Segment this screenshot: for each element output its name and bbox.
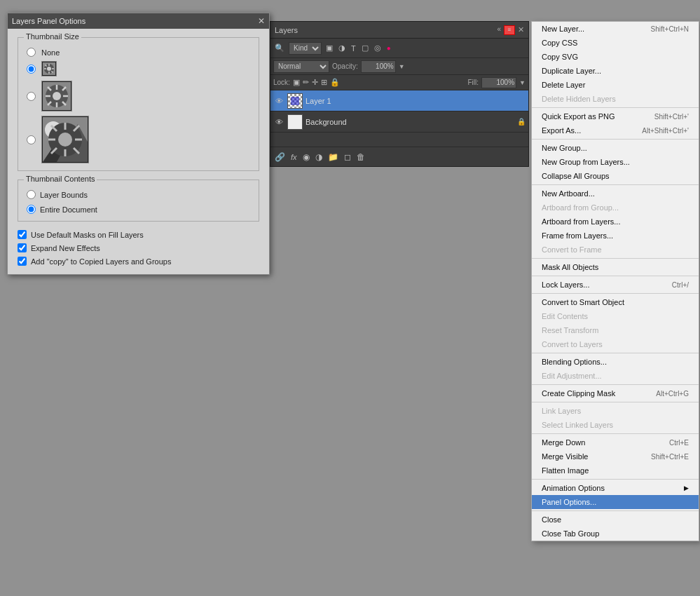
layer-bounds-row: Layer Bounds [27,190,250,199]
menu-item-label: Delete Hidden Layers [542,95,616,103]
minimize-icon[interactable]: « [497,25,501,35]
thumb-size-medium-radio[interactable] [27,92,36,101]
lock-paint-icon[interactable]: ✏ [303,78,309,87]
layer1-visibility-icon[interactable]: 👁 [273,95,284,107]
menu-item-label: New Artboard... [542,189,595,198]
menu-item-label: Panel Options... [542,498,596,506]
smart-filter-icon[interactable]: ◎ [373,43,383,53]
menu-item-copy-css[interactable]: Copy CSS [532,36,699,50]
menu-item-label: Link Layers [542,407,581,415]
menu-item-export-as---[interactable]: Export As...Alt+Shift+Ctrl+' [532,123,699,137]
filter-kind-dropdown[interactable]: Kind [289,42,322,55]
lock-transparent-icon[interactable]: ▣ [293,78,300,87]
blending-row: Normal Opacity: ▼ [270,58,528,75]
menu-item-close[interactable]: Close [532,513,699,527]
menu-item-create-clipping-mask[interactable]: Create Clipping MaskAlt+Ctrl+G [532,386,699,400]
lock-artboard-icon[interactable]: ⊞ [321,78,327,87]
thumbnail-contents-options: Layer Bounds Entire Document [27,187,250,214]
menu-item-artboard-from-layers---[interactable]: Artboard from Layers... [532,215,699,229]
fill-input[interactable] [481,77,516,88]
dialog-body: OK Cancel Thumbnail Size None [8,29,269,274]
menu-item-copy-svg[interactable]: Copy SVG [532,50,699,64]
menu-item-label: Merge Visible [542,452,588,461]
entire-document-radio[interactable] [27,205,36,214]
layers-filter-toolbar: 🔍 Kind ▣ ◑ T ▢ ◎ ● [270,39,528,58]
menu-item-label: Convert to Smart Object [542,298,624,306]
expand-effects-row: Expand New Effects [18,243,259,252]
menu-item-close-tab-group[interactable]: Close Tab Group [532,527,699,541]
add-copy-checkbox[interactable] [18,257,27,266]
close-icon[interactable]: ✕ [518,25,524,35]
menu-item-new-group---[interactable]: New Group... [532,141,699,155]
menu-item-duplicate-layer---[interactable]: Duplicate Layer... [532,64,699,78]
lock-transform-icon[interactable]: ✛ [312,78,318,87]
dialog-close-button[interactable]: ✕ [258,17,265,25]
background-visibility-icon[interactable]: 👁 [273,116,284,128]
menu-item-new-layer---[interactable]: New Layer...Shift+Ctrl+N [532,22,699,36]
menu-item-label: Convert to Frame [542,245,602,254]
menu-item-collapse-all-groups[interactable]: Collapse All Groups [532,169,699,183]
menu-item-merge-down[interactable]: Merge DownCtrl+E [532,435,699,449]
lock-all-icon[interactable]: 🔒 [330,78,340,87]
menu-item-label: Frame from Layers... [542,231,613,240]
add-mask-icon[interactable]: ◉ [303,152,310,162]
opacity-input[interactable] [361,60,396,73]
layer-item-background[interactable]: 👁 Background 🔒 [270,111,528,133]
menu-item-new-artboard---[interactable]: New Artboard... [532,187,699,201]
menu-item-merge-visible[interactable]: Merge VisibleShift+Ctrl+E [532,449,699,463]
menu-item-artboard-from-group---: Artboard from Group... [532,201,699,215]
delete-layer-icon[interactable]: 🗑 [357,152,365,162]
menu-item-quick-export-as-png[interactable]: Quick Export as PNGShift+Ctrl+' [532,109,699,123]
filter-toggle-icon[interactable]: ● [385,43,392,53]
menu-item-delete-layer[interactable]: Delete Layer [532,78,699,92]
add-fx-icon[interactable]: fx [291,153,297,161]
thumbnail-contents-label: Thumbnail Contents [24,175,97,183]
type-filter-icon[interactable]: T [350,43,357,53]
menu-item-panel-options---[interactable]: Panel Options... [532,495,699,509]
pixel-filter-icon[interactable]: ▣ [324,43,334,53]
thumb-size-medium-row [27,81,250,111]
svg-point-25 [58,133,72,147]
menu-item-label: Artboard from Layers... [542,217,621,226]
thumb-size-none-radio[interactable] [27,48,36,57]
adjustment-filter-icon[interactable]: ◑ [337,43,347,53]
default-masks-checkbox[interactable] [18,230,27,239]
menu-separator-23 [532,293,699,294]
menu-item-lock-layers---[interactable]: Lock Layers...Ctrl+/ [532,278,699,292]
thumb-size-large-preview [41,116,89,163]
shape-filter-icon[interactable]: ▢ [360,43,370,53]
add-copy-label: Add "copy" to Copied Layers and Groups [31,257,171,266]
layer-item-layer1[interactable]: 👁 Layer 1 [270,90,528,111]
thumbnail-size-label: Thumbnail Size [24,32,81,41]
panel-menu-button[interactable]: ≡ [504,25,515,35]
menu-item-frame-from-layers---[interactable]: Frame from Layers... [532,229,699,243]
layer1-thumbnail [287,93,303,109]
thumb-size-large-radio[interactable] [27,135,36,144]
menu-item-mask-all-objects[interactable]: Mask All Objects [532,260,699,274]
menu-item-label: New Layer... [542,25,584,33]
svg-point-2 [47,67,51,71]
blend-mode-dropdown[interactable]: Normal [273,60,329,73]
adjustment-icon[interactable]: ◑ [315,152,322,162]
new-group-icon[interactable]: 📁 [328,152,338,162]
menu-item-label: Copy CSS [542,39,577,47]
menu-item-animation-options[interactable]: Animation Options▶ [532,481,699,495]
menu-item-label: Quick Export as PNG [542,112,615,121]
menu-item-convert-to-frame: Convert to Frame [532,243,699,257]
menu-item-blending-options---[interactable]: Blending Options... [532,355,699,369]
new-layer-icon[interactable]: ◻ [344,152,351,162]
menu-item-convert-to-smart-object[interactable]: Convert to Smart Object [532,295,699,309]
search-icon: 🔍 [273,43,286,53]
menu-item-label: Collapse All Groups [542,172,610,180]
menu-separator-36 [532,433,699,434]
link-layers-icon[interactable]: 🔗 [275,152,285,162]
menu-item-new-group-from-layers---[interactable]: New Group from Layers... [532,155,699,169]
thumb-size-small-row [27,61,250,76]
thumb-size-small-radio[interactable] [27,65,36,74]
expand-effects-checkbox[interactable] [18,243,27,252]
menu-item-flatten-image[interactable]: Flatten Image [532,463,699,478]
layers-panel-titlebar: Layers « ≡ ✕ [270,22,528,39]
menu-separator-28 [532,353,699,353]
background-name: Background [306,118,514,126]
layer-bounds-radio[interactable] [27,190,36,199]
